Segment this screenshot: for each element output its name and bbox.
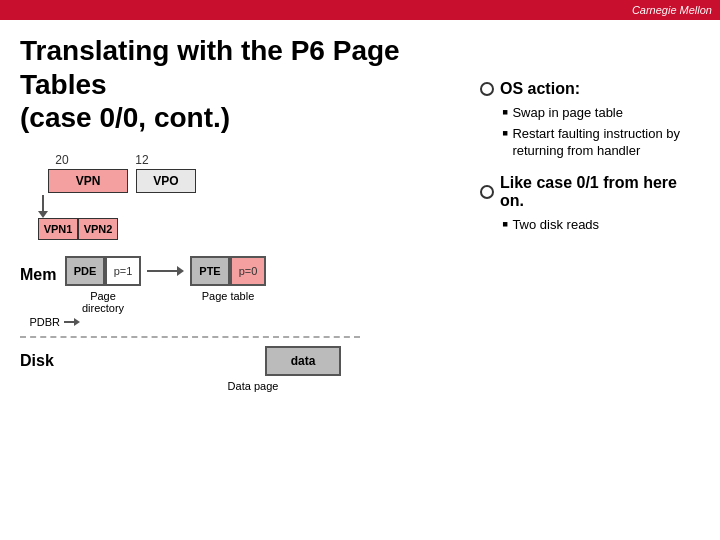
mem-boxes: PDE p=1 Pagedirectory PTE p=0	[65, 256, 266, 314]
os-action-text-1: Swap in page table	[512, 104, 623, 122]
divider	[20, 336, 360, 338]
data-page-label: Data page	[228, 380, 279, 392]
pte-box-row: PTE p=0	[190, 256, 266, 286]
topbar: Carnegie Mellon	[0, 0, 720, 20]
pde-box-row: PDE p=1	[65, 256, 141, 286]
os-action-bullet-circle	[480, 82, 494, 96]
vpn-arrow-down	[38, 195, 48, 218]
pdbr-label: PDBR	[20, 316, 60, 328]
pde-group: PDE p=1 Pagedirectory	[65, 256, 141, 314]
bullet-icon-3: ▪	[502, 215, 508, 233]
mem-label: Mem	[20, 256, 65, 284]
like-case-item-1: ▪ Two disk reads	[502, 216, 700, 234]
os-action-list: ▪ Swap in page table ▪ Restart faulting …	[502, 104, 700, 160]
os-action-header: OS action:	[480, 80, 700, 98]
va-diagram: 20 12 VPN VPO VPN1 VPN2	[20, 153, 470, 242]
vpn2-box: VPN2	[78, 218, 118, 240]
disk-section: Disk data Data page	[20, 346, 470, 392]
va-bit-12: 12	[128, 153, 156, 167]
os-action-item-2: ▪ Restart faulting instruction by return…	[502, 125, 700, 160]
disk-label: Disk	[20, 346, 65, 370]
like-case-list: ▪ Two disk reads	[502, 216, 700, 234]
pde-box: PDE	[65, 256, 105, 286]
vpo-box: VPO	[136, 169, 196, 193]
like-case-bullet-circle	[480, 185, 494, 199]
p1-box: p=1	[105, 256, 141, 286]
vpn-split-row: VPN1 VPN2	[20, 218, 118, 240]
vpn-box: VPN	[48, 169, 128, 193]
data-box: data	[265, 346, 341, 376]
os-action-text-2: Restart faulting instruction by returnin…	[512, 125, 700, 160]
bullet-icon-1: ▪	[502, 103, 508, 121]
pte-group: PTE p=0 Page table	[190, 256, 266, 302]
like-case-title: Like case 0/1 from here on.	[500, 174, 700, 210]
mem-section: Mem PDE p=1 Pagedirectory	[20, 256, 470, 314]
vpn1-box: VPN1	[38, 218, 78, 240]
p0-box: p=0	[230, 256, 266, 286]
os-action-title: OS action:	[500, 80, 580, 98]
pde-label: Pagedirectory	[82, 290, 124, 314]
pte-label: Page table	[202, 290, 255, 302]
pde-to-pte-arrow	[147, 266, 184, 276]
os-action-item-1: ▪ Swap in page table	[502, 104, 700, 122]
right-column: OS action: ▪ Swap in page table ▪ Restar…	[470, 30, 700, 530]
pdbr-row: PDBR	[20, 316, 470, 328]
main-content: Translating with the P6 Page Tables (cas…	[0, 20, 720, 540]
va-boxes-row: VPN VPO	[20, 169, 196, 193]
like-case-header: Like case 0/1 from here on.	[480, 174, 700, 210]
pte-box: PTE	[190, 256, 230, 286]
va-bit-labels: 20 12	[20, 153, 156, 167]
bullet-icon-2: ▪	[502, 124, 508, 142]
va-bit-20: 20	[48, 153, 76, 167]
left-column: Translating with the P6 Page Tables (cas…	[20, 30, 470, 530]
like-case-text-1: Two disk reads	[512, 216, 599, 234]
brand-label: Carnegie Mellon	[632, 4, 712, 16]
page-title: Translating with the P6 Page Tables (cas…	[20, 34, 470, 135]
